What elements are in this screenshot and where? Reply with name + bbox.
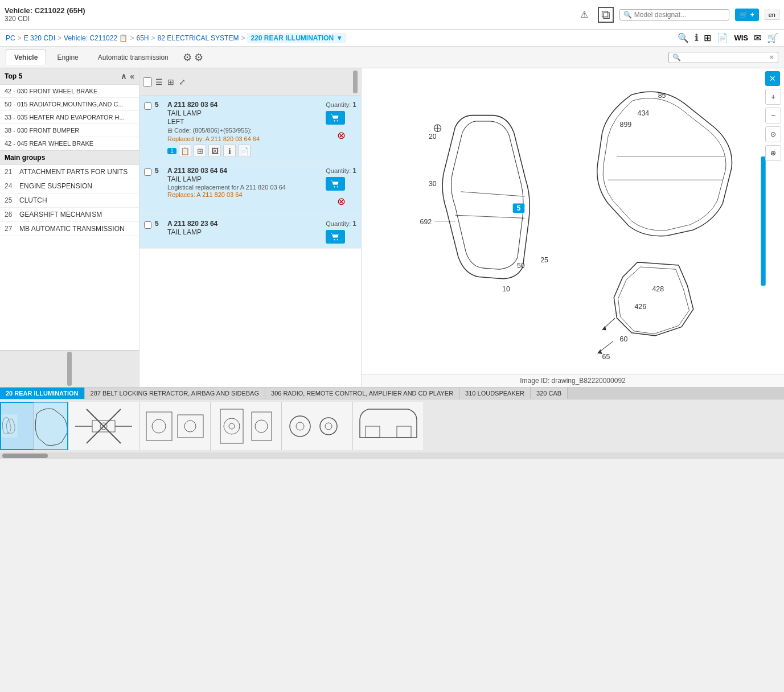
part-checkbox-2[interactable]	[144, 168, 151, 176]
svg-text:20: 20	[429, 133, 437, 141]
part-checkbox-3[interactable]	[144, 221, 151, 229]
top5-item[interactable]: 42 - 030 FRONT WHEEL BRAKE	[0, 85, 139, 98]
part-icon-table[interactable]: ⊞	[194, 145, 206, 157]
part-icon-doc[interactable]: 📋	[179, 145, 191, 157]
top5-collapse-icon[interactable]: ∧	[121, 72, 126, 81]
top5-header-icons: ∧ «	[121, 72, 134, 81]
part-pos-2: 5	[155, 167, 164, 175]
top5-close-icon[interactable]: «	[130, 72, 134, 81]
warning-icon[interactable]: ⚠	[576, 7, 592, 23]
part-cart-btn-3[interactable]	[326, 230, 345, 244]
tab-engine[interactable]: Engine	[48, 50, 87, 65]
top5-title: Top 5	[5, 72, 22, 80]
filter-icon[interactable]: ⊞	[704, 32, 711, 43]
svg-point-5	[337, 239, 338, 240]
svg-rect-60	[354, 403, 422, 449]
filmstrip-tab-1[interactable]: 287 BELT LOCKING RETRACTOR, AIRBAG AND S…	[85, 388, 265, 399]
mail-icon[interactable]: ✉	[754, 32, 761, 43]
part-cart-btn-2[interactable]	[326, 177, 345, 191]
breadcrumb-electrical[interactable]: 82 ELECTRICAL SYSTEM	[158, 34, 239, 42]
part-del-btn-1[interactable]: ⊗	[326, 127, 356, 144]
svg-text:426: 426	[634, 303, 646, 311]
filmstrip-item-1[interactable]	[68, 402, 139, 450]
parts-expand-icon[interactable]: ⤢	[178, 76, 187, 88]
parts-list-view-icon[interactable]: ☰	[154, 76, 164, 88]
tab-search-clear[interactable]: ✕	[769, 53, 774, 61]
filmstrip-item-0[interactable]	[0, 402, 68, 450]
top5-item[interactable]: 33 - 035 HEATER AND EVAPORATOR H...	[0, 111, 139, 124]
breadcrumb-e320[interactable]: E 320 CDI	[24, 34, 55, 42]
sidebar-item-26[interactable]: 26 GEARSHIFT MECHANISM	[0, 208, 139, 222]
search-input[interactable]	[634, 11, 725, 19]
info-icon[interactable]: ℹ	[695, 32, 698, 43]
diagram-zoom-out-btn[interactable]: −	[765, 108, 781, 123]
diagram-close-btn[interactable]: ✕	[765, 71, 780, 86]
diagram-zoom-in-btn[interactable]: +	[765, 89, 781, 105]
cart-button[interactable]: 🛒 +	[735, 9, 759, 21]
part-item-3: 5 A 211 820 23 64 TAIL LAMP Quantity: 1	[139, 215, 361, 249]
tab-icon-1[interactable]: ⚙	[183, 51, 192, 64]
top5-item[interactable]: 38 - 030 FRONT BUMPER	[0, 124, 139, 137]
svg-text:10: 10	[502, 285, 510, 293]
part-icon-more[interactable]: 📄	[238, 145, 251, 157]
lang-selector[interactable]: en	[765, 10, 779, 20]
scrollbar-thumb[interactable]	[2, 454, 48, 458]
breadcrumb-dropdown-icon: ▼	[336, 34, 343, 42]
top5-item[interactable]: 50 - 015 RADIATOR,MOUNTING,AND C...	[0, 98, 139, 111]
breadcrumb-current-label: 220 REAR ILLUMINATION	[251, 34, 334, 42]
tabs-bar: Vehicle Engine Automatic transmission ⚙ …	[0, 47, 784, 68]
part-badge-1: 1	[167, 148, 176, 154]
filmstrip-item-5[interactable]	[353, 402, 424, 450]
part-qty-2: Quantity: 1 ⊗	[326, 167, 356, 210]
sidebar-item-27[interactable]: 27 MB AUTOMATIC TRANSMISSION	[0, 222, 139, 236]
sidebar-item-21[interactable]: 21 ATTACHMENT PARTS FOR UNITS	[0, 165, 139, 179]
filmstrip-item-2[interactable]	[139, 402, 211, 450]
part-checkbox-1[interactable]	[144, 102, 151, 110]
document-icon[interactable]: 📄	[717, 32, 728, 43]
filmstrip-images	[0, 399, 784, 452]
filmstrip-item-4[interactable]	[282, 402, 353, 450]
tab-transmission[interactable]: Automatic transmission	[89, 50, 177, 65]
filmstrip-tab-2[interactable]: 306 RADIO, REMOTE CONTROL, AMPLIFIER AND…	[265, 388, 459, 399]
search-icon: 🔍	[623, 11, 632, 19]
diagram-zoom-reset-btn[interactable]: ⊕	[765, 145, 781, 161]
parts-list: 5 A 211 820 03 64 TAIL LAMP LEFT ⊞ Code:…	[139, 96, 361, 387]
breadcrumb-sep-2: >	[58, 34, 61, 42]
filmstrip-item-3[interactable]	[211, 402, 282, 450]
part-del-btn-2[interactable]: ⊗	[326, 193, 356, 210]
svg-text:899: 899	[620, 121, 632, 129]
wis-icon[interactable]: WIS	[734, 34, 748, 42]
tab-search-input[interactable]	[683, 53, 769, 61]
tab-search-icon: 🔍	[672, 53, 681, 61]
top5-item[interactable]: 42 - 045 REAR WHEEL BRAKE	[0, 137, 139, 150]
part-icon-image[interactable]: 🖼	[208, 145, 221, 157]
part-qty-3: Quantity: 1	[326, 220, 356, 244]
sidebar-item-24[interactable]: 24 ENGINE SUSPENSION	[0, 179, 139, 193]
breadcrumb-vehicle[interactable]: Vehicle: C211022 📋	[64, 34, 128, 42]
filmstrip-tab-4[interactable]: 320 CAB	[531, 388, 568, 399]
parts-select-all[interactable]	[143, 77, 152, 86]
tab-icon-2[interactable]: ⚙	[194, 51, 203, 64]
cart-nav-icon[interactable]: 🛒	[767, 32, 778, 43]
breadcrumb-65h[interactable]: 65H	[136, 34, 149, 42]
cart-plus: +	[750, 11, 754, 19]
header: Vehicle: C211022 (65H) 320 CDI ⚠ ⧉ 🔍 🛒 +…	[0, 0, 784, 30]
filmstrip-tab-3[interactable]: 310 LOUDSPEAKER	[459, 388, 531, 399]
part-cart-btn-1[interactable]	[326, 111, 345, 125]
filmstrip-tab-0[interactable]: 20 REAR ILLUMINATION	[0, 388, 85, 399]
sidebar-item-25[interactable]: 25 CLUTCH	[0, 193, 139, 208]
part-logistical-2: Logistical replacement for A 211 820 03 …	[167, 184, 322, 191]
breadcrumb-current[interactable]: 220 REAR ILLUMINATION ▼	[247, 33, 346, 43]
diagram-area[interactable]: 5 20 30 692 50 25 10	[362, 68, 784, 374]
diagram-zoom-fit-btn[interactable]: ⊙	[765, 126, 781, 142]
filmstrip-scrollbar[interactable]	[0, 452, 784, 459]
part-qty-1: Quantity: 1 ⊗	[326, 101, 356, 144]
zoom-icon[interactable]: 🔍	[678, 32, 689, 43]
part-replaces-2: Replaces: A 211 820 03 64	[167, 191, 322, 198]
breadcrumb-pc[interactable]: PC	[6, 34, 15, 42]
tab-vehicle[interactable]: Vehicle	[6, 50, 46, 65]
part-icon-info[interactable]: ℹ	[223, 145, 236, 157]
parts-grid-view-icon[interactable]: ⊞	[166, 76, 175, 88]
parts-toolbar: ☰ ⊞ ⤢	[139, 68, 361, 96]
copy-icon[interactable]: ⧉	[598, 7, 614, 23]
